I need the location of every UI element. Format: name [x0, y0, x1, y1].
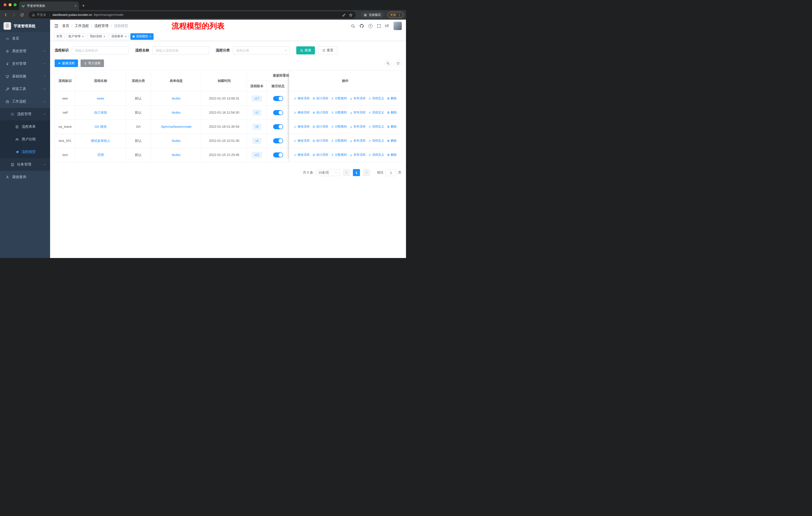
breadcrumb-item[interactable]: 流程管理 [94, 24, 109, 28]
process-key-input[interactable] [72, 46, 128, 54]
sidebar-item[interactable]: 流程管理 [0, 108, 50, 120]
process-name-link[interactable]: OA 请假 [95, 125, 107, 129]
assign-rule-link[interactable]: 分配规则 [331, 125, 347, 129]
process-definition-link[interactable]: 流程定义 [368, 153, 384, 157]
process-name-link[interactable]: 测试多审批人 [91, 139, 111, 143]
active-toggle[interactable] [273, 124, 283, 129]
view-tag[interactable]: 流程模型× [130, 33, 153, 40]
forward-button[interactable] [10, 11, 17, 18]
publish-process-link[interactable]: 发布流程 [350, 125, 366, 129]
form-info-link[interactable]: biubiu [172, 111, 181, 114]
sidebar-item[interactable]: 用户分组 [0, 133, 50, 146]
close-icon[interactable]: × [104, 35, 105, 38]
assign-rule-link[interactable]: 分配规则 [331, 110, 347, 115]
maximize-window-button[interactable] [13, 3, 17, 6]
goto-page-input[interactable] [386, 169, 396, 176]
close-window-button[interactable] [3, 3, 6, 6]
delete-link[interactable]: 删除 [387, 96, 397, 101]
fullscreen-icon[interactable] [377, 24, 381, 28]
github-icon[interactable] [359, 24, 364, 28]
edit-process-link[interactable]: 修改流程 [294, 110, 310, 115]
current-page-button[interactable]: 1 [353, 169, 360, 176]
import-process-button[interactable]: 导入流程 [81, 59, 104, 67]
delete-link[interactable]: 删除 [387, 110, 397, 115]
breadcrumb-item[interactable]: 首页 [62, 24, 69, 28]
delete-link[interactable]: 删除 [387, 125, 397, 129]
process-name-link[interactable]: 自己审批 [94, 110, 107, 115]
sidebar-item[interactable]: 流程表单 [0, 120, 50, 133]
password-key-icon[interactable] [342, 13, 346, 17]
process-definition-link[interactable]: 流程定义 [368, 125, 384, 129]
close-icon[interactable]: × [149, 35, 151, 38]
process-definition-link[interactable]: 流程定义 [368, 110, 384, 115]
form-info-link[interactable]: biubiu [172, 139, 181, 143]
design-process-link[interactable]: 设计流程 [312, 125, 328, 129]
assign-rule-link[interactable]: 分配规则 [331, 96, 347, 101]
edit-process-link[interactable]: 修改流程 [294, 153, 310, 157]
minimize-window-button[interactable] [8, 3, 11, 6]
tab-close-icon[interactable]: × [75, 4, 77, 7]
close-icon[interactable]: × [125, 35, 126, 38]
sidebar-item[interactable]: 首页 [0, 32, 50, 45]
reload-button[interactable] [19, 11, 25, 18]
form-info-link[interactable]: biubiu [172, 153, 181, 157]
process-name-input[interactable] [152, 46, 209, 54]
user-avatar[interactable] [394, 22, 402, 30]
design-process-link[interactable]: 设计流程 [312, 110, 328, 115]
sidebar-item[interactable]: 支付管理 [0, 57, 50, 70]
search-button[interactable]: 搜索 [296, 46, 315, 54]
edit-process-link[interactable]: 修改流程 [294, 96, 310, 101]
reset-button[interactable]: 重置 [318, 46, 337, 54]
page-size-select[interactable]: 10条/页 [316, 169, 340, 176]
close-icon[interactable]: × [82, 35, 84, 38]
bookmark-star-icon[interactable] [349, 13, 353, 17]
sidebar-item[interactable]: 工作流程 [0, 95, 50, 108]
design-process-link[interactable]: 设计流程 [312, 96, 328, 101]
form-info-link[interactable]: biubiu [172, 97, 181, 100]
view-tag[interactable]: 我的流程× [88, 33, 108, 40]
active-toggle[interactable] [273, 96, 283, 101]
publish-process-link[interactable]: 发布流程 [350, 153, 366, 157]
edit-process-link[interactable]: 修改流程 [294, 139, 310, 143]
active-toggle[interactable] [273, 138, 283, 143]
refresh-table-button[interactable] [395, 60, 402, 67]
view-tag[interactable]: 租户管理× [66, 33, 86, 40]
browser-menu-icon[interactable]: ⋮ [398, 13, 401, 17]
design-process-link[interactable]: 设计流程 [312, 153, 328, 157]
create-process-button[interactable]: 新建流程 [55, 59, 78, 67]
sidebar-item[interactable]: 系统管理 [0, 45, 50, 57]
update-button[interactable]: 更新 ⋮ [388, 12, 404, 18]
search-icon[interactable] [351, 24, 355, 28]
sidebar-item[interactable]: 研发工具 [0, 83, 50, 95]
process-name-link[interactable]: eeee [97, 97, 104, 100]
help-icon[interactable]: ? [368, 24, 373, 28]
sidebar-item[interactable]: 基础设施 [0, 70, 50, 83]
delete-link[interactable]: 删除 [387, 139, 397, 143]
edit-process-link[interactable]: 修改流程 [294, 125, 310, 129]
active-toggle[interactable] [273, 110, 283, 115]
next-page-button[interactable] [363, 169, 370, 176]
form-info-link[interactable]: /bpm/oa/leave/create [161, 125, 191, 129]
browser-tab[interactable]: 芋道管理系统 × [19, 1, 79, 10]
address-bar[interactable]: 不安全 | dashboard.yudao.iocoder.cn/bpm/man… [29, 11, 356, 19]
prev-page-button[interactable] [343, 169, 350, 176]
publish-process-link[interactable]: 发布流程 [350, 96, 366, 101]
sidebar-item[interactable]: 请假查询 [0, 171, 50, 184]
active-toggle[interactable] [273, 153, 283, 158]
view-tag[interactable]: 首页 [54, 33, 65, 40]
process-name-link[interactable]: 滔博 [97, 153, 104, 157]
collapse-sidebar-icon[interactable] [54, 24, 59, 28]
sidebar-item[interactable]: 任务管理 [0, 158, 50, 171]
breadcrumb-item[interactable]: 工作流程 [75, 24, 89, 28]
new-tab-button[interactable]: + [82, 3, 85, 8]
back-button[interactable] [2, 11, 9, 18]
category-select[interactable] [233, 46, 290, 54]
sidebar-item[interactable]: 流程模型 [0, 146, 50, 158]
publish-process-link[interactable]: 发布流程 [350, 139, 366, 143]
delete-link[interactable]: 删除 [387, 153, 397, 157]
process-definition-link[interactable]: 流程定义 [368, 139, 384, 143]
assign-rule-link[interactable]: 分配规则 [331, 153, 347, 157]
publish-process-link[interactable]: 发布流程 [350, 110, 366, 115]
process-definition-link[interactable]: 流程定义 [368, 96, 384, 101]
font-size-icon[interactable]: tT [385, 24, 389, 28]
